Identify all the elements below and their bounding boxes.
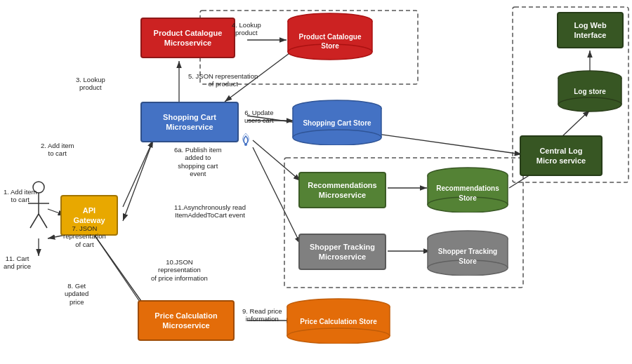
label-6a: 6a. Publish itemadded toshopping carteve…	[174, 146, 222, 178]
svg-text:Shopping Cart Store: Shopping Cart Store	[303, 119, 371, 127]
label-5: 5. JSON representationof product	[188, 72, 258, 88]
shopping-cart-store: Shopping Cart Store	[291, 100, 383, 145]
svg-line-6	[123, 140, 153, 207]
price-calculation-microservice: Price CalculationMicroservice	[138, 300, 235, 341]
actor-figure	[25, 179, 53, 235]
price-calculation-store: Price Calculation Store	[286, 298, 391, 344]
svg-line-11	[253, 140, 301, 181]
label-11a: 11.Asynchronously readItemAddedToCart ev…	[174, 203, 246, 220]
svg-line-18	[247, 116, 522, 154]
shopper-tracking-microservice: Shopper TrackingMicroservice	[298, 234, 386, 270]
recommendations-store: Recommendations Store	[426, 167, 509, 213]
svg-text:Recommendations: Recommendations	[436, 184, 499, 192]
label-10: 10.JSONrepresentationof price informatio…	[151, 258, 208, 282]
label-6: 6. Updateusers cart	[244, 109, 274, 125]
product-catalogue-store: Product Catalogue Store	[287, 13, 374, 60]
svg-point-42	[293, 130, 381, 145]
log-store: Log store	[557, 70, 624, 112]
label-8: 8. Getupdatedprice	[65, 282, 88, 306]
log-web-interface: Log WebInterface	[557, 12, 624, 48]
shopping-cart-microservice: Shopping CartMicroservice	[140, 102, 239, 142]
svg-line-12	[123, 140, 153, 221]
svg-text:Store: Store	[321, 42, 339, 50]
svg-point-68	[558, 97, 621, 112]
central-log-microservice: Central LogMicro service	[520, 135, 603, 176]
label-1: 1. Add itemto cart	[4, 188, 37, 204]
label-4: 4. Lookupproduct	[232, 21, 261, 37]
label-2: 2. Add itemto cart	[41, 142, 74, 158]
svg-point-37	[244, 143, 247, 146]
architecture-diagram: Product CatalogueMicroservice Product Ca…	[0, 0, 632, 364]
svg-point-62	[287, 328, 390, 344]
svg-line-29	[39, 214, 47, 228]
svg-text:Store: Store	[459, 257, 477, 265]
shopper-tracking-store: Shopper Tracking Store	[426, 230, 509, 276]
svg-text:Price Calculation Store: Price Calculation Store	[300, 318, 377, 325]
svg-text:Store: Store	[459, 194, 477, 202]
svg-line-24	[253, 147, 301, 244]
svg-line-28	[30, 214, 39, 228]
label-3: 3. Lookupproduct	[76, 76, 105, 92]
svg-text:Product Catalogue: Product Catalogue	[299, 33, 362, 41]
recommendations-microservice: RecommendationsMicroservice	[298, 172, 386, 208]
svg-text:Shopper Tracking: Shopper Tracking	[438, 248, 497, 255]
product-catalogue-microservice: Product CatalogueMicroservice	[140, 18, 235, 58]
label-11b: 11. Cartand price	[4, 255, 31, 271]
svg-text:Log store: Log store	[574, 88, 606, 95]
label-7: 7. JSONrepresentationof cart	[63, 224, 106, 248]
svg-line-20	[562, 110, 590, 137]
broadcast-icon	[237, 132, 254, 146]
label-9: 9. Read priceinformation	[242, 307, 282, 323]
